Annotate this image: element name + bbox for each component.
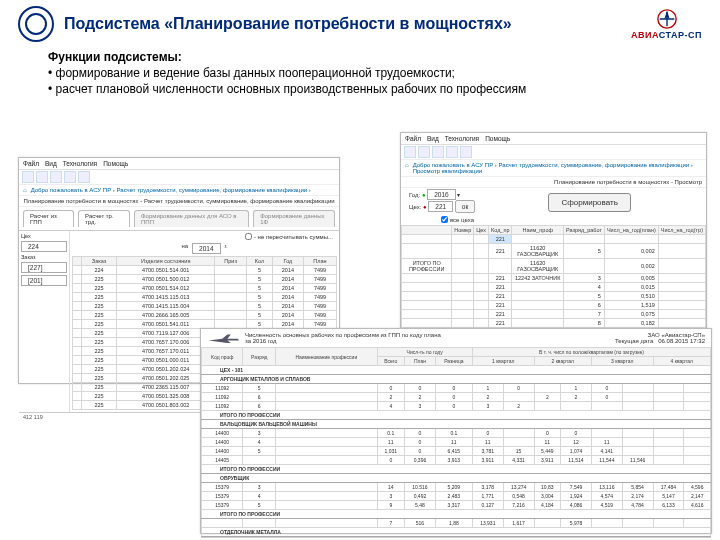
toolbar[interactable] bbox=[19, 170, 339, 185]
prof-table[interactable]: НомерЦехКод_прНаим_профРазряд_работЧисл_… bbox=[401, 225, 706, 328]
report-table[interactable]: Код профРазрядНаименование профессииЧисл… bbox=[201, 347, 711, 537]
menubar[interactable]: ФайлВидТехнологияПомощь bbox=[19, 158, 339, 170]
report-window: Численность основных рабочих по професси… bbox=[200, 328, 712, 534]
plane-icon bbox=[207, 332, 241, 344]
func-item: • расчет плановой численности основных п… bbox=[48, 82, 672, 96]
toolbar-icon[interactable] bbox=[418, 146, 430, 158]
year-input[interactable]: 2016 bbox=[427, 189, 455, 200]
cex-input[interactable]: 224 bbox=[21, 241, 67, 252]
tab-1f[interactable]: Формирование данных 1Ф bbox=[253, 210, 335, 227]
tab-aso[interactable]: Формирование данных для АСО в ППП bbox=[134, 210, 249, 227]
toolbar-icon[interactable] bbox=[432, 146, 444, 158]
chevron-down-icon[interactable]: ▾ bbox=[457, 192, 460, 198]
form-button[interactable]: Сформировать bbox=[548, 193, 630, 212]
order-input2[interactable]: [201] bbox=[21, 275, 67, 286]
aviastar-logo: АВИАСТАР-СП bbox=[631, 8, 702, 40]
toolbar-icon[interactable] bbox=[50, 171, 62, 183]
page-title: Подсистема «Планирование потребности в м… bbox=[64, 15, 621, 33]
all-cex-checkbox[interactable]: все цеха bbox=[441, 216, 474, 223]
order-input[interactable]: [227] bbox=[21, 262, 67, 273]
university-logo bbox=[18, 6, 54, 42]
window-view: ФайлВидТехнологияПомощь ⌂Добро пожаловат… bbox=[400, 132, 707, 334]
filter-panel: Цех 224 Заказ [227] [201] bbox=[19, 231, 70, 412]
breadcrumb: ⌂Добро пожаловать в АСУ ПР › Расчет труд… bbox=[19, 185, 339, 196]
toolbar-icon[interactable] bbox=[22, 171, 34, 183]
panel-title: Планирование потребности в мощностях - П… bbox=[401, 177, 706, 188]
cex-input[interactable]: 221 bbox=[428, 201, 453, 212]
panel-title: Планирование потребности в мощностях - Р… bbox=[19, 196, 339, 207]
functions-block: Функции подсистемы: • формирование и вед… bbox=[0, 44, 720, 102]
toolbar-icon[interactable] bbox=[446, 146, 458, 158]
func-item: • формирование и ведение базы данных поо… bbox=[48, 66, 672, 80]
toolbar-icon[interactable] bbox=[78, 171, 90, 183]
toolbar-icon[interactable] bbox=[36, 171, 48, 183]
menubar[interactable]: ФайлВидТехнологияПомощь bbox=[401, 133, 706, 145]
ok-button[interactable]: ок bbox=[455, 200, 475, 213]
toolbar-icon[interactable] bbox=[460, 146, 472, 158]
toolbar-icon[interactable] bbox=[404, 146, 416, 158]
tab-trud[interactable]: Расчет тр. трд. bbox=[78, 210, 130, 227]
year-select[interactable]: 2014 bbox=[192, 243, 220, 254]
no-recalc-checkbox[interactable]: - не пересчитывать суммы... bbox=[245, 233, 333, 240]
tab-gpp[interactable]: Расчет из ГПП bbox=[23, 210, 74, 227]
tabs[interactable]: Расчет из ГПП Расчет тр. трд. Формирован… bbox=[19, 207, 339, 230]
toolbar[interactable] bbox=[401, 145, 706, 160]
toolbar-icon[interactable] bbox=[64, 171, 76, 183]
breadcrumb: ⌂Добро пожаловать в АСУ ПР › Расчет труд… bbox=[401, 160, 706, 177]
